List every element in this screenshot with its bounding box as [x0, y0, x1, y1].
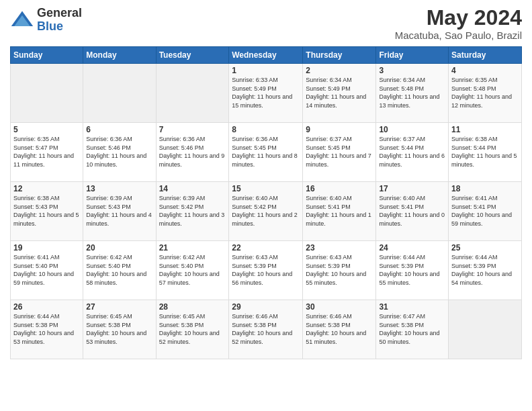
header: General Blue May 2024 Macatuba, Sao Paul… [10, 7, 522, 41]
calendar-cell-w4-d4: 22Sunrise: 6:43 AM Sunset: 5:39 PM Dayli… [229, 241, 303, 300]
day-number: 8 [232, 125, 300, 134]
calendar-week-1: 1Sunrise: 6:33 AM Sunset: 5:49 PM Daylig… [11, 64, 522, 123]
day-number: 30 [306, 302, 373, 312]
logo-icon [10, 8, 34, 32]
calendar-cell-w1-d6: 3Sunrise: 6:34 AM Sunset: 5:48 PM Daylig… [376, 64, 449, 123]
calendar-week-5: 26Sunrise: 6:44 AM Sunset: 5:38 PM Dayli… [11, 300, 522, 359]
day-number: 10 [379, 125, 445, 134]
day-number: 28 [159, 302, 226, 312]
header-tuesday: Tuesday [156, 47, 229, 64]
day-number: 26 [13, 302, 80, 312]
day-number: 25 [451, 243, 519, 253]
calendar-cell-w5-d5: 30Sunrise: 6:46 AM Sunset: 5:38 PM Dayli… [303, 300, 376, 359]
day-number: 12 [13, 184, 80, 193]
logo-general-text: General [37, 7, 82, 20]
calendar-cell-w2-d5: 9Sunrise: 6:37 AM Sunset: 5:45 PM Daylig… [303, 123, 376, 182]
day-info: Sunrise: 6:47 AM Sunset: 5:38 PM Dayligh… [379, 312, 445, 346]
day-number: 3 [379, 66, 445, 75]
day-info: Sunrise: 6:42 AM Sunset: 5:40 PM Dayligh… [86, 253, 152, 287]
calendar-week-4: 19Sunrise: 6:41 AM Sunset: 5:40 PM Dayli… [11, 241, 522, 300]
calendar-week-2: 5Sunrise: 6:35 AM Sunset: 5:47 PM Daylig… [11, 123, 522, 182]
title-section: May 2024 Macatuba, Sao Paulo, Brazil [395, 7, 522, 41]
calendar-cell-w2-d3: 7Sunrise: 6:36 AM Sunset: 5:46 PM Daylig… [156, 123, 229, 182]
calendar-cell-w5-d1: 26Sunrise: 6:44 AM Sunset: 5:38 PM Dayli… [11, 300, 83, 359]
page: General Blue May 2024 Macatuba, Sao Paul… [0, 0, 532, 411]
header-sunday: Sunday [11, 47, 83, 64]
location-text: Macatuba, Sao Paulo, Brazil [395, 30, 522, 41]
day-info: Sunrise: 6:37 AM Sunset: 5:44 PM Dayligh… [379, 135, 445, 169]
calendar-cell-w3-d2: 13Sunrise: 6:39 AM Sunset: 5:43 PM Dayli… [83, 182, 156, 241]
day-number: 19 [13, 243, 80, 253]
calendar-header-row: Sunday Monday Tuesday Wednesday Thursday… [11, 47, 522, 64]
calendar-cell-w4-d1: 19Sunrise: 6:41 AM Sunset: 5:40 PM Dayli… [11, 241, 83, 300]
month-year-title: May 2024 [395, 7, 522, 28]
calendar-cell-w1-d7: 4Sunrise: 6:35 AM Sunset: 5:48 PM Daylig… [449, 64, 522, 123]
calendar-cell-w3-d7: 18Sunrise: 6:41 AM Sunset: 5:41 PM Dayli… [449, 182, 522, 241]
calendar-cell-w1-d4: 1Sunrise: 6:33 AM Sunset: 5:49 PM Daylig… [229, 64, 303, 123]
day-number: 27 [86, 302, 152, 312]
day-number: 22 [232, 243, 300, 253]
day-number: 11 [451, 125, 519, 134]
calendar-cell-w1-d1 [11, 64, 83, 123]
day-number: 23 [306, 243, 373, 253]
day-info: Sunrise: 6:46 AM Sunset: 5:38 PM Dayligh… [306, 312, 373, 346]
day-info: Sunrise: 6:45 AM Sunset: 5:38 PM Dayligh… [159, 312, 226, 346]
calendar-cell-w4-d5: 23Sunrise: 6:43 AM Sunset: 5:39 PM Dayli… [303, 241, 376, 300]
calendar-cell-w3-d1: 12Sunrise: 6:38 AM Sunset: 5:43 PM Dayli… [11, 182, 83, 241]
calendar-cell-w1-d3 [156, 64, 229, 123]
day-info: Sunrise: 6:40 AM Sunset: 5:42 PM Dayligh… [232, 194, 300, 228]
day-info: Sunrise: 6:40 AM Sunset: 5:41 PM Dayligh… [306, 194, 373, 228]
day-info: Sunrise: 6:35 AM Sunset: 5:48 PM Dayligh… [451, 76, 519, 109]
day-info: Sunrise: 6:39 AM Sunset: 5:43 PM Dayligh… [86, 194, 152, 228]
day-info: Sunrise: 6:37 AM Sunset: 5:45 PM Dayligh… [306, 135, 373, 169]
day-number: 24 [379, 243, 445, 253]
day-info: Sunrise: 6:34 AM Sunset: 5:49 PM Dayligh… [306, 76, 373, 109]
calendar-cell-w3-d5: 16Sunrise: 6:40 AM Sunset: 5:41 PM Dayli… [303, 182, 376, 241]
calendar-cell-w3-d3: 14Sunrise: 6:39 AM Sunset: 5:42 PM Dayli… [156, 182, 229, 241]
calendar-table: Sunday Monday Tuesday Wednesday Thursday… [10, 46, 522, 359]
calendar-cell-w5-d3: 28Sunrise: 6:45 AM Sunset: 5:38 PM Dayli… [156, 300, 229, 359]
day-info: Sunrise: 6:38 AM Sunset: 5:44 PM Dayligh… [451, 135, 519, 169]
day-number: 15 [232, 184, 300, 193]
calendar-cell-w2-d7: 11Sunrise: 6:38 AM Sunset: 5:44 PM Dayli… [449, 123, 522, 182]
day-number: 16 [306, 184, 373, 193]
day-number: 7 [159, 125, 226, 134]
day-info: Sunrise: 6:38 AM Sunset: 5:43 PM Dayligh… [13, 194, 80, 228]
day-info: Sunrise: 6:36 AM Sunset: 5:46 PM Dayligh… [159, 135, 226, 169]
day-number: 21 [159, 243, 226, 253]
day-number: 20 [86, 243, 152, 253]
day-info: Sunrise: 6:44 AM Sunset: 5:39 PM Dayligh… [379, 253, 445, 287]
calendar-week-3: 12Sunrise: 6:38 AM Sunset: 5:43 PM Dayli… [11, 182, 522, 241]
header-monday: Monday [83, 47, 156, 64]
day-info: Sunrise: 6:42 AM Sunset: 5:40 PM Dayligh… [159, 253, 226, 287]
calendar-cell-w1-d2 [83, 64, 156, 123]
day-number: 29 [232, 302, 300, 312]
day-info: Sunrise: 6:36 AM Sunset: 5:46 PM Dayligh… [86, 135, 152, 169]
logo-blue-text: Blue [37, 20, 82, 34]
calendar-cell-w5-d6: 31Sunrise: 6:47 AM Sunset: 5:38 PM Dayli… [376, 300, 449, 359]
day-info: Sunrise: 6:44 AM Sunset: 5:38 PM Dayligh… [13, 312, 80, 346]
calendar-cell-w1-d5: 2Sunrise: 6:34 AM Sunset: 5:49 PM Daylig… [303, 64, 376, 123]
header-wednesday: Wednesday [229, 47, 303, 64]
day-number: 31 [379, 302, 445, 312]
calendar-cell-w3-d6: 17Sunrise: 6:40 AM Sunset: 5:41 PM Dayli… [376, 182, 449, 241]
day-number: 18 [451, 184, 519, 193]
day-info: Sunrise: 6:43 AM Sunset: 5:39 PM Dayligh… [232, 253, 300, 287]
calendar-cell-w2-d1: 5Sunrise: 6:35 AM Sunset: 5:47 PM Daylig… [11, 123, 83, 182]
day-number: 2 [306, 66, 373, 75]
day-info: Sunrise: 6:41 AM Sunset: 5:40 PM Dayligh… [13, 253, 80, 287]
calendar-cell-w4-d7: 25Sunrise: 6:44 AM Sunset: 5:39 PM Dayli… [449, 241, 522, 300]
day-info: Sunrise: 6:39 AM Sunset: 5:42 PM Dayligh… [159, 194, 226, 228]
day-number: 4 [451, 66, 519, 75]
calendar-cell-w2-d4: 8Sunrise: 6:36 AM Sunset: 5:45 PM Daylig… [229, 123, 303, 182]
header-friday: Friday [376, 47, 449, 64]
header-saturday: Saturday [449, 47, 522, 64]
day-number: 9 [306, 125, 373, 134]
day-number: 14 [159, 184, 226, 193]
calendar-cell-w5-d2: 27Sunrise: 6:45 AM Sunset: 5:38 PM Dayli… [83, 300, 156, 359]
day-number: 13 [86, 184, 152, 193]
calendar-cell-w5-d4: 29Sunrise: 6:46 AM Sunset: 5:38 PM Dayli… [229, 300, 303, 359]
day-info: Sunrise: 6:43 AM Sunset: 5:39 PM Dayligh… [306, 253, 373, 287]
day-number: 1 [232, 66, 300, 75]
day-info: Sunrise: 6:40 AM Sunset: 5:41 PM Dayligh… [379, 194, 445, 228]
